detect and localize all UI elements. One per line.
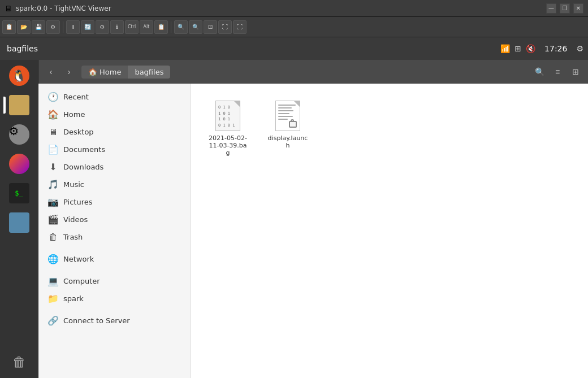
titlebar-buttons: — ❐ ✕ bbox=[546, 3, 583, 14]
sep2 bbox=[171, 21, 171, 33]
navbar: ‹ › 🏠 Home bagfiles 🔍 ≡ ⊞ bbox=[38, 60, 588, 84]
launch-file-name: display.launch bbox=[267, 134, 309, 149]
open-btn[interactable]: 📂 bbox=[17, 20, 31, 34]
sep1 bbox=[63, 21, 63, 33]
file-area: 0 1 0 1 0 1 1 0 1 0 1 0 1 2021-05-02-11-… bbox=[191, 84, 588, 378]
titlebar-title: spark:0.0 - TightVNC Viewer bbox=[16, 5, 546, 12]
back-button[interactable]: ‹ bbox=[43, 64, 59, 80]
files-icon bbox=[9, 95, 29, 115]
taskbar-files[interactable] bbox=[6, 92, 33, 119]
info-btn[interactable]: ℹ bbox=[110, 20, 124, 34]
desktop-icon: 🖥 bbox=[47, 127, 59, 137]
fullscreen-btn[interactable]: ⛶ bbox=[233, 20, 247, 34]
breadcrumb: 🏠 Home bagfiles bbox=[81, 66, 529, 79]
network-icon: 🌐 bbox=[47, 254, 59, 264]
taskbar-firefox[interactable] bbox=[6, 150, 33, 177]
file-item-launch[interactable]: display.launch bbox=[262, 95, 313, 161]
sidebar-item-trash[interactable]: 🗑 Trash bbox=[38, 228, 191, 246]
sidebar-item-recent[interactable]: 🕐 Recent bbox=[38, 88, 191, 106]
nav-actions: 🔍 ≡ ⊞ bbox=[531, 64, 583, 80]
breadcrumb-bagfiles[interactable]: bagfiles bbox=[128, 66, 170, 79]
workareas-icon: ⊞ bbox=[514, 44, 521, 53]
videos-icon: 🎬 bbox=[47, 214, 59, 225]
lock-icon bbox=[289, 121, 297, 128]
close-button[interactable]: ✕ bbox=[573, 3, 583, 14]
speaker-icon[interactable]: 🔇 bbox=[526, 44, 535, 53]
zoom-in-btn[interactable]: 🔍 bbox=[189, 20, 202, 34]
sidebar-item-connect[interactable]: 🔗 Connect to Server bbox=[38, 312, 191, 329]
taskbar-terminal[interactable]: $_ bbox=[6, 180, 33, 207]
documents-icon: 📄 bbox=[47, 144, 59, 155]
zoom-fit-btn[interactable]: ⊡ bbox=[204, 20, 217, 34]
sidebar-label-videos: Videos bbox=[63, 215, 88, 224]
save-btn[interactable]: 💾 bbox=[32, 20, 45, 34]
topbar: bagfiles 📶 ⊞ 🔇 17:26 ⚙ bbox=[0, 37, 588, 60]
list-view-button[interactable]: ≡ bbox=[550, 64, 565, 80]
spark-icon: 📁 bbox=[47, 293, 59, 304]
sidebar-item-documents[interactable]: 📄 Documents bbox=[38, 141, 191, 158]
current-folder-label: bagfiles bbox=[135, 68, 163, 76]
breadcrumb-home[interactable]: 🏠 Home bbox=[81, 66, 128, 79]
app-title: bagfiles bbox=[5, 44, 498, 53]
zoom-out-btn[interactable]: 🔍 bbox=[174, 20, 188, 34]
sidebar-label-documents: Documents bbox=[63, 145, 105, 154]
topbar-icons: 📶 ⊞ 🔇 17:26 ⚙ bbox=[500, 44, 583, 53]
sidebar-label-home: Home bbox=[63, 110, 85, 119]
sidebar-item-desktop[interactable]: 🖥 Desktop bbox=[38, 123, 191, 141]
connect-icon: 🔗 bbox=[47, 315, 59, 326]
taskbar-ubuntu[interactable]: 🐧 bbox=[6, 62, 33, 89]
sidebar-item-music[interactable]: 🎵 Music bbox=[38, 176, 191, 193]
launch-file-icon bbox=[274, 99, 301, 132]
trash-icon: 🗑 bbox=[47, 232, 59, 242]
sidebar-item-spark[interactable]: 📁 spark bbox=[38, 290, 191, 307]
titlebar: 🖥 spark:0.0 - TightVNC Viewer — ❐ ✕ bbox=[0, 0, 588, 17]
prop-btn[interactable]: ⚙ bbox=[46, 20, 60, 34]
sidebar-label-spark: spark bbox=[63, 294, 84, 303]
bag-file-icon: 0 1 0 1 0 1 1 0 1 0 1 0 1 bbox=[214, 99, 241, 132]
sidebar-label-network: Network bbox=[63, 255, 94, 263]
trash-icon: 🗑 bbox=[9, 352, 29, 372]
sidebar-label-recent: Recent bbox=[63, 93, 89, 101]
sidebar-item-downloads[interactable]: ⬇ Downloads bbox=[38, 158, 191, 176]
settings-icon: ⚙ bbox=[9, 124, 29, 145]
refresh-btn[interactable]: 🔄 bbox=[81, 20, 94, 34]
downloads-icon: ⬇ bbox=[47, 162, 59, 172]
taskbar-trash[interactable]: 🗑 bbox=[6, 349, 33, 376]
minimize-button[interactable]: — bbox=[546, 3, 556, 14]
pause-btn[interactable]: ⏸ bbox=[66, 20, 80, 34]
clipboard-btn[interactable]: 📋 bbox=[154, 20, 168, 34]
sidebar-item-computer[interactable]: 💻 Computer bbox=[38, 272, 191, 290]
sidebar: 🕐 Recent 🏠 Home 🖥 Desktop 📄 Documents bbox=[38, 84, 191, 378]
new-conn-btn[interactable]: 📋 bbox=[2, 20, 16, 34]
maximize-button[interactable]: ❐ bbox=[560, 3, 570, 14]
clock: 17:26 bbox=[544, 44, 567, 53]
taskbar-editor[interactable] bbox=[6, 209, 33, 236]
sidebar-item-pictures[interactable]: 📷 Pictures bbox=[38, 193, 191, 211]
main-layout: 🐧 ⚙ $_ 🗑 bbox=[0, 60, 588, 378]
settings-icon[interactable]: ⚙ bbox=[576, 44, 583, 53]
home-label: Home bbox=[100, 68, 121, 76]
recent-icon: 🕐 bbox=[47, 92, 59, 102]
sidebar-label-music: Music bbox=[63, 180, 84, 189]
sidebar-sep2 bbox=[38, 268, 191, 272]
options-btn[interactable]: ⚙ bbox=[96, 20, 109, 34]
content-area: 🕐 Recent 🏠 Home 🖥 Desktop 📄 Documents bbox=[38, 84, 588, 378]
sidebar-label-trash: Trash bbox=[63, 233, 83, 241]
taskbar-settings[interactable]: ⚙ bbox=[6, 121, 33, 148]
search-button[interactable]: 🔍 bbox=[531, 64, 547, 80]
sidebar-item-videos[interactable]: 🎬 Videos bbox=[38, 211, 191, 228]
wifi-icon: 📶 bbox=[500, 44, 510, 53]
grid-view-button[interactable]: ⊞ bbox=[568, 64, 583, 80]
sidebar-sep3 bbox=[38, 307, 191, 312]
bag-file-name: 2021-05-02-11-03-39.bag bbox=[207, 134, 249, 157]
zoom-full-btn[interactable]: ⛶ bbox=[218, 20, 232, 34]
sidebar-item-network[interactable]: 🌐 Network bbox=[38, 250, 191, 268]
forward-button[interactable]: › bbox=[61, 64, 77, 80]
file-item-bag[interactable]: 0 1 0 1 0 1 1 0 1 0 1 0 1 2021-05-02-11-… bbox=[202, 95, 253, 161]
key-btn[interactable]: Ctrl bbox=[125, 20, 139, 34]
vnc-toolbar: 📋 📂 💾 ⚙ ⏸ 🔄 ⚙ ℹ Ctrl Alt 📋 🔍 🔍 ⊡ ⛶ ⛶ bbox=[0, 17, 588, 37]
sidebar-item-home[interactable]: 🏠 Home bbox=[38, 106, 191, 123]
alt-btn[interactable]: Alt bbox=[140, 20, 153, 34]
sidebar-label-connect: Connect to Server bbox=[63, 316, 130, 325]
taskbar: 🐧 ⚙ $_ 🗑 bbox=[0, 60, 38, 378]
